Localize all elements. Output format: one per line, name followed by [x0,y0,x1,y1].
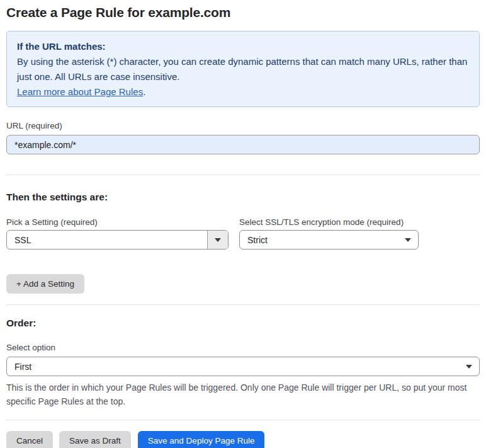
learn-more-link[interactable]: Learn more about Page Rules [17,86,143,97]
encryption-mode-label: Select SSL/TLS encryption mode (required… [239,217,419,227]
divider [6,420,480,420]
info-box-body-text: By using the asterisk (*) character, you… [17,56,467,82]
info-box-heading: If the URL matches: [17,39,469,54]
add-setting-button[interactable]: + Add a Setting [6,274,84,294]
page-title: Create a Page Rule for example.com [6,5,480,20]
encryption-mode-value: Strict [240,235,397,245]
info-box-body: By using the asterisk (*) character, you… [17,54,469,84]
save-draft-button[interactable]: Save as Draft [59,431,131,448]
save-deploy-button[interactable]: Save and Deploy Page Rule [138,431,265,448]
divider [6,304,480,305]
page-rule-form: Create a Page Rule for example.com If th… [0,5,486,448]
pick-setting-label: Pick a Setting (required) [6,217,229,227]
settings-row: Pick a Setting (required) SSL Select SSL… [6,203,480,250]
order-select-value: First [7,362,458,372]
chevron-down-icon [458,365,479,369]
url-input[interactable] [6,135,480,154]
pick-setting-select[interactable]: SSL [6,230,229,250]
order-select[interactable]: First [6,357,480,376]
url-field-label: URL (required) [6,121,480,130]
order-section-heading: Order: [6,318,480,329]
encryption-mode-column: Select SSL/TLS encryption mode (required… [239,203,419,250]
encryption-mode-select[interactable]: Strict [239,230,419,250]
cancel-button[interactable]: Cancel [6,431,53,448]
link-period: . [143,86,145,97]
order-help-text: This is the order in which your Page Rul… [6,381,480,408]
divider [6,175,480,175]
pick-setting-column: Pick a Setting (required) SSL [6,203,229,250]
footer-actions: Cancel Save as Draft Save and Deploy Pag… [6,431,480,448]
chevron-down-icon [397,238,418,242]
chevron-down-icon [207,231,228,249]
settings-section-heading: Then the settings are: [6,192,480,203]
url-match-info-box: If the URL matches: By using the asteris… [6,31,480,107]
order-select-label: Select option [6,343,480,352]
info-box-link-line: Learn more about Page Rules. [17,84,469,100]
pick-setting-value: SSL [7,235,207,245]
